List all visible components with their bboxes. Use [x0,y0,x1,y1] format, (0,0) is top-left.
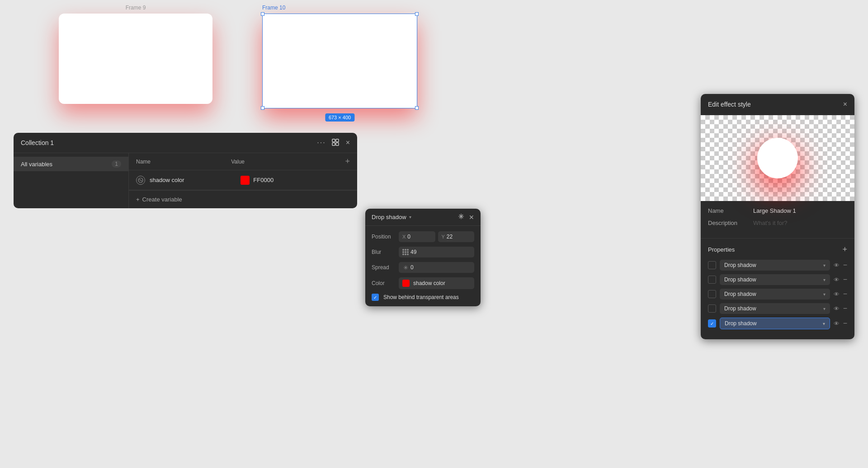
chevron-down-icon: ▾ [409,215,411,220]
collection-footer[interactable]: + Create variable [129,190,357,208]
property-type-1[interactable]: Drop shadow ▾ [720,274,830,285]
effect-fields: Name Large Shadow 1 Description What's i… [701,201,854,239]
add-variable-button[interactable]: + [345,157,350,166]
effect-properties: Properties + Drop shadow ▾ 👁 − Drop shad… [701,239,854,339]
svg-rect-3 [336,143,339,145]
property-checkbox-0[interactable] [708,261,716,269]
canvas: Frame 9 Frame 10 673 × 400 Collection 1 … [0,0,868,468]
table-row[interactable]: shadow color FF0000 [129,170,357,190]
show-behind-checkbox[interactable]: ✓ [372,294,379,301]
effect-description-row: Description What's it for? [708,220,847,226]
property-eye-icon-3[interactable]: 👁 [834,305,840,312]
frame10-box[interactable]: 673 × 400 [262,14,417,108]
y-value: 22 [447,234,453,240]
property-type-2[interactable]: Drop shadow ▾ [720,289,830,300]
chevron-down-icon-4: ▾ [823,321,825,326]
popup-type-selector[interactable]: Drop shadow ▾ [372,214,458,220]
frame9-label: Frame 9 [59,5,212,11]
color-swatch [402,280,410,287]
property-label-3: Drop shadow [724,305,756,312]
collection-main: Name Value + shadow color FF0000 [129,153,357,208]
effect-panel-title: Edit effect style [708,101,751,108]
property-label-0: Drop shadow [724,262,756,268]
blur-label: Blur [372,249,399,255]
frame10-label: Frame 10 [262,5,417,11]
checkbox-check-icon: ✓ [373,295,377,300]
sidebar-item-count: 1 [112,160,121,168]
spread-value: 0 [410,264,414,271]
popup-opacity-button[interactable] [458,213,464,221]
property-eye-icon-0[interactable]: 👁 [834,262,840,269]
add-property-button[interactable]: + [842,245,847,254]
property-type-3[interactable]: Drop shadow ▾ [720,303,830,314]
property-type-4[interactable]: Drop shadow ▾ [720,318,830,329]
effect-name-label: Name [708,207,753,214]
variable-type-icon [136,176,145,185]
collection-body: All variables 1 Name Value + [14,153,357,208]
chevron-down-icon-2: ▾ [823,292,826,297]
effect-property-row-0: Drop shadow ▾ 👁 − [708,260,847,271]
handle-tr[interactable] [415,12,419,16]
collection-close-button[interactable]: × [346,139,350,147]
col-name-header: Name [136,159,231,165]
blur-value: 49 [410,249,416,255]
property-checkbox-1[interactable] [708,276,716,284]
property-minus-button-2[interactable]: − [843,290,847,298]
property-minus-button-3[interactable]: − [843,304,847,313]
popup-position-fields: X 0 Y 22 [399,231,474,242]
handle-br[interactable] [415,106,419,110]
col-value-header: Value [231,159,345,165]
layout-icon[interactable] [331,138,340,147]
property-minus-button-1[interactable]: − [843,276,847,284]
position-x-field[interactable]: X 0 [399,231,435,242]
property-type-0[interactable]: Drop shadow ▾ [720,260,830,271]
handle-bl[interactable] [261,106,264,110]
effect-close-button[interactable]: × [843,100,847,108]
effect-property-row-3: Drop shadow ▾ 👁 − [708,303,847,314]
effect-property-row-1: Drop shadow ▾ 👁 − [708,274,847,285]
effect-name-input[interactable]: Large Shadow 1 [753,207,847,214]
property-eye-icon-4[interactable]: 👁 [834,320,840,327]
sidebar-item-all-variables[interactable]: All variables 1 [14,157,128,171]
effect-preview [701,115,854,201]
variable-value-text: FF0000 [253,177,274,183]
property-minus-button-0[interactable]: − [843,261,847,269]
variable-value-cell[interactable]: FF0000 [241,176,350,185]
property-label-1: Drop shadow [724,276,756,283]
color-field[interactable]: shadow color [399,277,474,289]
chevron-down-icon-0: ▾ [823,263,826,268]
property-checkbox-4[interactable]: ✓ [708,319,716,328]
property-eye-icon-1[interactable]: 👁 [834,276,840,283]
handle-tl[interactable] [261,12,264,16]
x-label: X [402,234,406,239]
more-options-icon[interactable]: ··· [317,139,326,147]
spread-icon: ✳ [402,264,409,271]
create-variable-label: Create variable [142,196,182,203]
checkbox-check-icon-4: ✓ [710,321,714,326]
position-y-field[interactable]: Y 22 [438,231,475,242]
effect-property-row-2: Drop shadow ▾ 👁 − [708,289,847,300]
effect-description-input[interactable]: What's it for? [753,220,787,226]
collection-sidebar: All variables 1 [14,153,129,208]
popup-close-button[interactable]: ✕ [469,214,474,221]
property-checkbox-2[interactable] [708,290,716,298]
effect-panel: Edit effect style × Name Large Shadow 1 … [701,94,854,339]
property-checkbox-3[interactable] [708,304,716,313]
spread-label: Spread [372,264,399,271]
spread-field[interactable]: ✳ 0 [399,262,474,273]
effect-description-label: Description [708,220,753,226]
popup-header: Drop shadow ▾ ✕ [365,209,481,226]
frame10-container[interactable]: Frame 10 673 × 400 [262,5,417,108]
frame9-container: Frame 9 [59,5,212,104]
collection-title: Collection 1 [21,139,54,146]
x-value: 0 [407,234,410,240]
popup-checkbox-row: ✓ Show behind transparent areas [372,294,474,301]
color-name: shadow color [413,280,445,286]
property-eye-icon-2[interactable]: 👁 [834,291,840,298]
blur-field[interactable]: 49 [399,247,474,257]
property-minus-button-4[interactable]: − [843,319,847,328]
frame9-box [59,14,212,104]
create-variable-button[interactable]: + Create variable [136,196,182,203]
blur-icon [402,249,409,255]
collection-header-right: ··· × [317,138,350,147]
